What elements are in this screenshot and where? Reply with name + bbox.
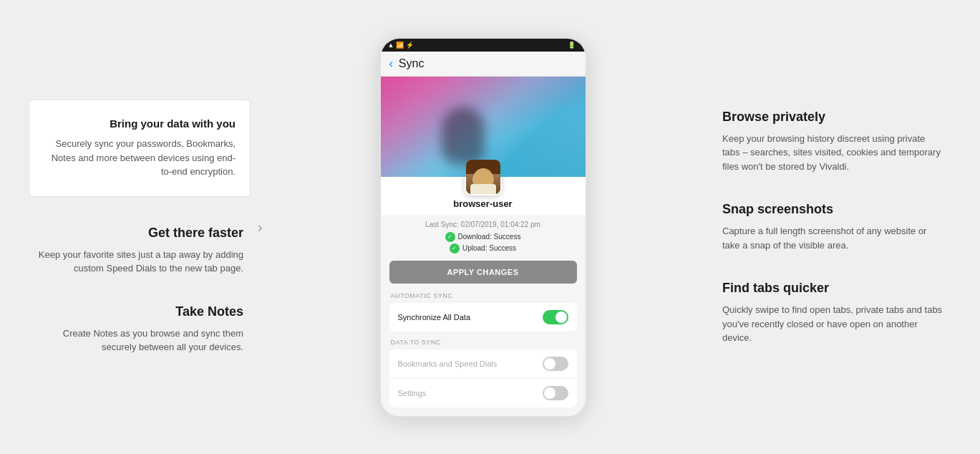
- feature1-description: Keep your favorite sites just a tap away…: [36, 248, 243, 276]
- page-container: Bring your data with you Securely sync y…: [0, 0, 980, 454]
- avatar-face: [466, 160, 500, 194]
- synchronize-all-toggle[interactable]: [543, 310, 568, 324]
- phone-mockup: ▲ 📶 ⚡ 🔋 ‹ Sync: [379, 37, 587, 417]
- upload-status-label: Upload: Success: [462, 244, 516, 252]
- right-column: Browse privately Keep your browsing hist…: [715, 110, 951, 345]
- settings-toggle[interactable]: [543, 386, 568, 400]
- phone-header: ‹ Sync: [381, 52, 586, 77]
- last-sync-text: Last Sync: 02/07/2019, 01:04:22 pm: [389, 221, 577, 228]
- feature-card-bring-data: Bring your data with you Securely sync y…: [29, 100, 251, 197]
- browse-privately-description: Keep your browsing history discreet usin…: [722, 132, 944, 174]
- phone-content: Last Sync: 02/07/2019, 01:04:22 pm ✓ Dow…: [381, 215, 586, 416]
- sync-status: ✓ Download: Success ✓ Upload: Success: [389, 232, 577, 253]
- signal-icon: ▲: [388, 42, 394, 49]
- phone-status-bar: ▲ 📶 ⚡ 🔋: [381, 39, 586, 52]
- bookmarks-label: Bookmarks and Speed Dials: [398, 359, 498, 368]
- automatic-sync-section-label: AUTOMATIC SYNC: [389, 292, 577, 299]
- user-avatar-container: browser-user: [381, 177, 586, 215]
- card-title: Bring your data with you: [44, 117, 236, 130]
- download-status-label: Download: Success: [458, 233, 521, 241]
- right-feature-find-tabs: Find tabs quicker Quickly swipe to find …: [715, 281, 951, 345]
- apply-changes-button[interactable]: APPLY CHANGES: [389, 261, 577, 284]
- bookmarks-toggle[interactable]: [543, 357, 568, 371]
- status-right: 🔋: [565, 42, 578, 49]
- phone-header-title: Sync: [399, 57, 424, 70]
- data-sync-section: Bookmarks and Speed Dials Settings: [389, 349, 577, 407]
- hero-dark-spot: [442, 107, 485, 164]
- battery-icon: 🔋: [568, 42, 576, 49]
- user-avatar: [465, 158, 502, 195]
- right-feature-browse-privately: Browse privately Keep your browsing hist…: [715, 110, 951, 174]
- download-check-icon: ✓: [445, 232, 455, 242]
- back-arrow-icon[interactable]: ‹: [389, 57, 393, 70]
- browse-privately-title: Browse privately: [722, 110, 944, 125]
- synchronize-all-row: Synchronize All Data: [389, 303, 577, 332]
- username-label: browser-user: [453, 198, 512, 209]
- center-column: › ▲ 📶 ⚡ 🔋 ‹ Sync: [251, 37, 715, 417]
- snap-screenshots-description: Capture a full length screenshot of any …: [722, 224, 944, 252]
- data-to-sync-section-label: DATA TO SYNC: [389, 339, 577, 346]
- bookmarks-row: Bookmarks and Speed Dials: [389, 349, 577, 379]
- download-status-row: ✓ Download: Success: [445, 232, 521, 242]
- feature2-description: Create Notes as you browse and sync them…: [36, 327, 243, 354]
- upload-status-row: ✓ Upload: Success: [450, 243, 516, 253]
- settings-label: Settings: [398, 389, 427, 397]
- feature1-title: Get there faster: [36, 226, 243, 241]
- nav-arrow-right[interactable]: ›: [258, 219, 263, 236]
- upload-check-icon: ✓: [450, 243, 460, 253]
- synchronize-all-label: Synchronize All Data: [398, 313, 471, 322]
- wifi-icon: 📶: [396, 42, 404, 49]
- snap-screenshots-title: Snap screenshots: [722, 202, 944, 217]
- feature-take-notes: Take Notes Create Notes as you browse an…: [29, 304, 251, 354]
- avatar-collar: [470, 184, 496, 194]
- find-tabs-title: Find tabs quicker: [722, 281, 944, 296]
- right-feature-snap-screenshots: Snap screenshots Capture a full length s…: [715, 202, 951, 252]
- feature2-title: Take Notes: [36, 304, 243, 319]
- settings-row: Settings: [389, 379, 577, 407]
- bluetooth-icon: ⚡: [406, 42, 414, 49]
- left-column: Bring your data with you Securely sync y…: [29, 100, 251, 354]
- card-description: Securely sync your passwords, Bookmarks,…: [44, 137, 236, 179]
- status-left-icons: ▲ 📶 ⚡: [388, 42, 414, 49]
- find-tabs-description: Quickly swipe to find open tabs, private…: [722, 303, 944, 345]
- feature-get-there-faster: Get there faster Keep your favorite site…: [29, 226, 251, 276]
